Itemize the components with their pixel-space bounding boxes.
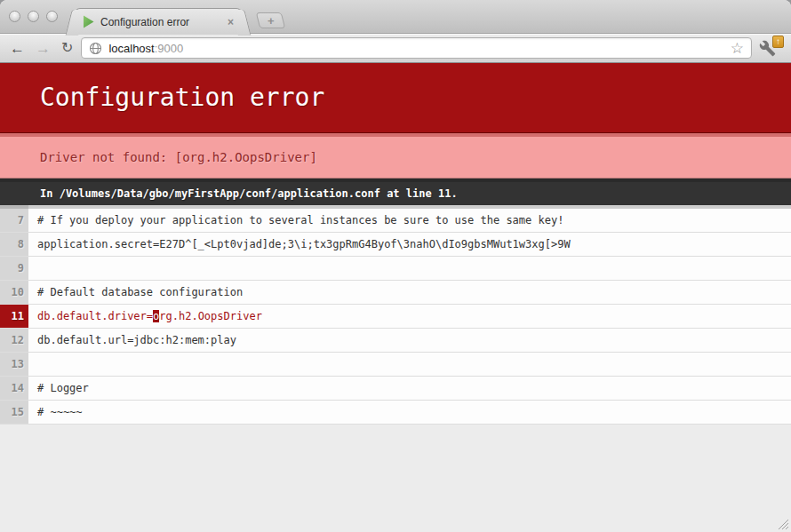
tab-configuration-error[interactable]: Configuration error × — [75, 8, 242, 35]
code-line-8: 8application.secret=E27D^[_<Lpt0vjad]de;… — [0, 233, 791, 257]
code-line-12: 12db.default.url=jdbc:h2:mem:play — [0, 329, 791, 353]
tab-close-icon[interactable]: × — [228, 17, 234, 28]
line-number: 15 — [0, 401, 28, 424]
line-number: 7 — [0, 205, 28, 232]
window-resize-grip[interactable] — [778, 519, 789, 530]
back-button[interactable]: ← — [7, 41, 28, 56]
play-framework-favicon — [83, 15, 94, 28]
page-title: Configuration error — [0, 63, 791, 133]
forward-button[interactable]: → — [33, 41, 53, 56]
line-number: 12 — [0, 329, 28, 352]
line-code: # If you deploy your application to seve… — [28, 205, 791, 232]
line-number: 14 — [0, 377, 28, 400]
plus-icon: + — [268, 15, 275, 27]
line-code: # ~~~~~ — [28, 401, 791, 424]
window-controls — [9, 11, 58, 22]
new-tab-button[interactable]: + — [256, 12, 285, 28]
browser-toolbar: ← → ↻ localhost:9000 ☆ ↑ — [0, 34, 791, 63]
line-code — [28, 353, 791, 376]
code-line-13: 13 — [0, 353, 791, 377]
line-code: # Default database configuration — [28, 281, 791, 304]
line-code: application.secret=E27D^[_<Lpt0vjad]de;3… — [28, 233, 791, 256]
code-line-15: 15# ~~~~~ — [0, 401, 791, 425]
error-detail: Driver not found: [org.h2.OopsDriver] — [0, 133, 791, 179]
page-background — [0, 425, 791, 532]
window-zoom-button[interactable] — [46, 11, 58, 22]
url-host: localhost — [108, 42, 154, 55]
line-code: db.default.driver=org.h2.OopsDriver — [28, 305, 791, 328]
line-number: 10 — [0, 281, 28, 304]
line-number: 13 — [0, 353, 28, 376]
globe-icon — [89, 42, 102, 55]
source-code: 7# If you deploy your application to sev… — [0, 205, 791, 425]
code-line-14: 14# Logger — [0, 377, 791, 401]
code-line-11: 11db.default.driver=org.h2.OopsDriver — [0, 305, 791, 329]
tab-strip: Configuration error × + — [0, 0, 791, 34]
line-code: db.default.url=jdbc:h2:mem:play — [28, 329, 791, 352]
line-number: 8 — [0, 233, 28, 256]
url-text[interactable]: localhost:9000 — [108, 42, 723, 55]
settings-menu-button[interactable]: ↑ — [757, 36, 784, 60]
line-code — [28, 257, 791, 280]
reload-button[interactable]: ↻ — [59, 41, 76, 55]
tab-title: Configuration error — [100, 16, 221, 28]
code-line-10: 10# Default database configuration — [0, 281, 791, 305]
update-available-badge: ↑ — [772, 36, 784, 48]
url-port: :9000 — [155, 42, 184, 55]
code-line-9: 9 — [0, 257, 791, 281]
error-page: Configuration error Driver not found: [o… — [0, 63, 791, 532]
line-code: # Logger — [28, 377, 791, 400]
line-number: 9 — [0, 257, 28, 280]
code-line-7: 7# If you deploy your application to sev… — [0, 205, 791, 233]
window-close-button[interactable] — [9, 11, 20, 22]
address-bar[interactable]: localhost:9000 ☆ — [81, 37, 752, 59]
line-number: 11 — [0, 305, 28, 328]
browser-window: Configuration error × + ← → ↻ localhost:… — [0, 0, 791, 532]
error-source-location: In /Volumes/Data/gbo/myFirstApp/conf/app… — [0, 179, 791, 205]
bookmark-star-icon[interactable]: ☆ — [731, 41, 744, 56]
window-minimize-button[interactable] — [28, 11, 39, 22]
